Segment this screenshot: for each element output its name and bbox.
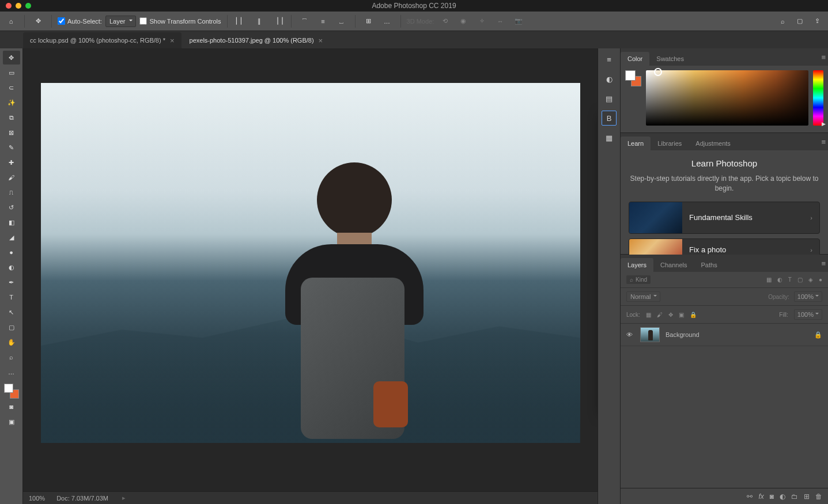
crop-tool-icon[interactable]: ⧉ bbox=[3, 111, 20, 124]
lasso-tool-icon[interactable]: ⊂ bbox=[3, 81, 20, 94]
show-transform-checkbox[interactable]: Show Transform Controls bbox=[139, 17, 221, 25]
delete-layer-icon[interactable]: 🗑 bbox=[815, 492, 822, 501]
clone-stamp-tool-icon[interactable]: ⎍ bbox=[3, 185, 20, 199]
tab-adjustments[interactable]: Adjustments bbox=[689, 137, 738, 150]
lock-icon[interactable]: 🔒 bbox=[814, 331, 822, 339]
close-icon[interactable]: × bbox=[319, 36, 323, 45]
align-bottom-edges-icon[interactable]: ⎵ bbox=[334, 14, 349, 29]
tab-color[interactable]: Color bbox=[621, 52, 649, 66]
blend-mode-select[interactable]: Normal bbox=[626, 291, 660, 302]
tab-pexels-510397[interactable]: pexels-photo-510397.jpeg @ 100% (RGB/8) … bbox=[183, 32, 330, 48]
libraries-shortcut-icon[interactable]: ▦ bbox=[602, 130, 617, 145]
path-selection-tool-icon[interactable]: ↖ bbox=[3, 305, 20, 319]
screen-mode-small-icon[interactable]: ▣ bbox=[3, 415, 20, 429]
group-icon[interactable]: 🗀 bbox=[791, 492, 798, 501]
close-icon[interactable]: × bbox=[170, 36, 175, 45]
tab-paths[interactable]: Paths bbox=[694, 258, 724, 272]
zoom-tool-icon[interactable]: ⌕ bbox=[3, 350, 20, 364]
panel-menu-icon[interactable]: ≡ bbox=[821, 259, 826, 268]
auto-select-target[interactable]: Layer bbox=[105, 16, 137, 27]
lock-all-icon[interactable]: 🔒 bbox=[690, 312, 697, 318]
hand-tool-icon[interactable]: ✋ bbox=[3, 335, 20, 349]
more-options-icon[interactable]: … bbox=[380, 14, 395, 29]
layer-mask-icon[interactable]: ◙ bbox=[770, 492, 774, 501]
magic-wand-tool-icon[interactable]: ✨ bbox=[3, 96, 20, 109]
tab-cc-lockup[interactable]: cc lockup.psd @ 100% (photoshop-cc, RGB/… bbox=[23, 32, 182, 48]
window-controls[interactable] bbox=[6, 3, 31, 9]
status-arrow-icon[interactable]: ▸ bbox=[122, 494, 126, 502]
brush-tool-icon[interactable]: 🖌 bbox=[3, 170, 20, 184]
filter-type-icon[interactable]: T bbox=[788, 276, 792, 283]
distribute-icon[interactable]: ⊞ bbox=[361, 14, 376, 29]
filter-pixel-icon[interactable]: ▦ bbox=[766, 276, 772, 283]
align-vertical-centers-icon[interactable]: ≡ bbox=[316, 14, 331, 29]
frame-tool-icon[interactable]: ⊠ bbox=[3, 126, 20, 139]
align-top-edges-icon[interactable]: ⎴ bbox=[297, 14, 312, 29]
layer-style-icon[interactable]: fx bbox=[758, 492, 763, 501]
tab-swatches[interactable]: Swatches bbox=[649, 52, 691, 66]
visibility-icon[interactable]: 👁 bbox=[626, 331, 634, 338]
adjustments-icon[interactable]: ◐ bbox=[602, 71, 617, 86]
gradient-tool-icon[interactable]: ◢ bbox=[3, 230, 20, 244]
canvas[interactable]: 100% Doc: 7.03M/7.03M ▸ LinkrUI » ≡ B Hu… bbox=[23, 48, 598, 504]
pen-tool-icon[interactable]: ✒ bbox=[3, 275, 20, 289]
lock-image-icon[interactable]: 🖌 bbox=[657, 312, 663, 318]
move-tool-icon[interactable]: ✥ bbox=[3, 51, 20, 65]
healing-brush-tool-icon[interactable]: ✚ bbox=[3, 156, 20, 169]
color-field[interactable] bbox=[646, 70, 808, 126]
tab-libraries[interactable]: Libraries bbox=[651, 137, 689, 150]
tab-channels[interactable]: Channels bbox=[653, 258, 694, 272]
maximize-window-icon[interactable] bbox=[25, 3, 31, 9]
tab-learn[interactable]: Learn bbox=[621, 137, 651, 150]
hue-slider[interactable] bbox=[813, 70, 823, 126]
close-window-icon[interactable] bbox=[6, 3, 12, 9]
eyedropper-tool-icon[interactable]: ✎ bbox=[3, 141, 20, 154]
auto-select-checkbox[interactable]: Auto-Select: bbox=[58, 17, 102, 25]
eraser-tool-icon[interactable]: ◧ bbox=[3, 215, 20, 229]
lock-transparency-icon[interactable]: ▦ bbox=[646, 312, 651, 318]
lock-artboard-icon[interactable]: ▣ bbox=[679, 312, 684, 318]
foreground-color[interactable] bbox=[625, 70, 636, 81]
color-swatch[interactable] bbox=[625, 70, 641, 86]
lock-position-icon[interactable]: ✥ bbox=[668, 312, 673, 318]
link-layers-icon[interactable]: ⚯ bbox=[747, 492, 753, 501]
minimize-window-icon[interactable] bbox=[16, 3, 21, 9]
document-image[interactable] bbox=[41, 83, 580, 443]
layers-shortcut-icon[interactable]: ▤ bbox=[602, 91, 617, 106]
tab-layers[interactable]: Layers bbox=[621, 258, 653, 272]
panel-menu-icon[interactable]: ≡ bbox=[821, 53, 826, 62]
marquee-tool-icon[interactable]: ▭ bbox=[3, 66, 20, 79]
zoom-level[interactable]: 100% bbox=[29, 495, 45, 502]
search-icon[interactable]: ⌕ bbox=[775, 14, 790, 29]
shape-tool-icon[interactable]: ▢ bbox=[3, 320, 20, 334]
adjustment-layer-icon[interactable]: ◐ bbox=[780, 492, 785, 501]
layer-thumbnail[interactable] bbox=[640, 327, 660, 342]
history-brush-tool-icon[interactable]: ↺ bbox=[3, 200, 20, 214]
dodge-tool-icon[interactable]: ◐ bbox=[3, 260, 20, 274]
foreground-color[interactable] bbox=[4, 384, 13, 393]
layer-row-background[interactable]: 👁 Background 🔒 bbox=[621, 324, 828, 346]
opacity-input[interactable]: 100% bbox=[794, 291, 822, 302]
filter-toggle-icon[interactable]: ● bbox=[819, 276, 822, 283]
properties-icon[interactable]: ≡ bbox=[602, 52, 617, 67]
blur-tool-icon[interactable]: ● bbox=[3, 245, 20, 259]
new-layer-icon[interactable]: ⊞ bbox=[804, 492, 810, 501]
share-icon[interactable]: ⇪ bbox=[810, 14, 825, 29]
filter-adjustment-icon[interactable]: ◐ bbox=[777, 276, 782, 283]
home-icon[interactable]: ⌂ bbox=[3, 14, 18, 29]
quick-mask-icon[interactable]: ◙ bbox=[3, 400, 20, 414]
align-left-edges-icon[interactable]: ▏▏ bbox=[233, 14, 248, 29]
move-tool-icon[interactable]: ✥ bbox=[31, 14, 46, 29]
edit-toolbar-icon[interactable]: … bbox=[3, 365, 20, 379]
linkrui-shortcut-icon[interactable]: B bbox=[602, 111, 617, 126]
align-horizontal-centers-icon[interactable]: ‖ bbox=[252, 14, 267, 29]
fill-input[interactable]: 100% bbox=[794, 309, 822, 320]
align-right-edges-icon[interactable]: ▕▕ bbox=[270, 14, 285, 29]
layer-filter-kind[interactable]: ⌕Kind bbox=[626, 275, 651, 284]
color-swatch[interactable] bbox=[4, 384, 19, 399]
filter-shape-icon[interactable]: ▢ bbox=[797, 276, 803, 283]
filter-smart-icon[interactable]: ◈ bbox=[808, 276, 813, 283]
type-tool-icon[interactable]: T bbox=[3, 290, 20, 304]
screen-mode-icon[interactable]: ▢ bbox=[792, 14, 807, 29]
panel-menu-icon[interactable]: ≡ bbox=[821, 138, 826, 146]
